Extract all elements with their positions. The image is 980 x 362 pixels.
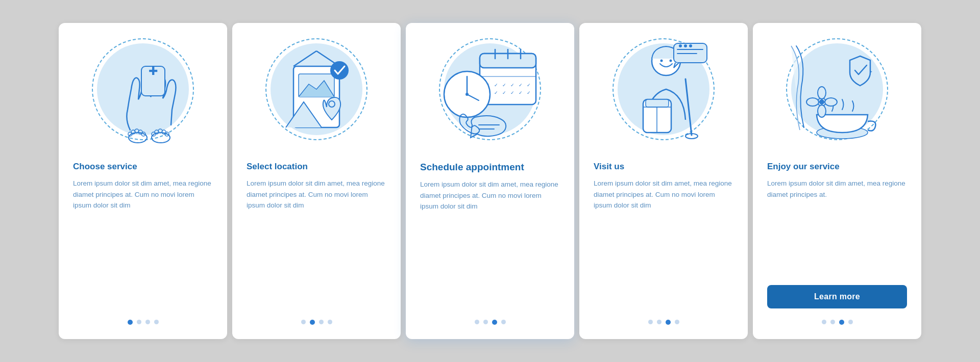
card-title-visit-us: Visit us xyxy=(594,162,733,172)
card-title-schedule-appointment: Schedule appointment xyxy=(420,162,560,173)
cards-container: ✚ C xyxy=(38,8,942,354)
card-dots-choose-service xyxy=(73,320,213,327)
svg-text:✓: ✓ xyxy=(510,83,514,88)
svg-point-62 xyxy=(818,105,826,117)
dot-3 xyxy=(319,320,324,324)
dot-1 xyxy=(128,320,133,325)
card-title-choose-service: Choose service xyxy=(73,162,213,172)
svg-point-64 xyxy=(825,98,837,106)
svg-point-50 xyxy=(679,44,682,47)
svg-rect-54 xyxy=(646,99,669,107)
card-dots-enjoy-service xyxy=(767,320,907,327)
dot-1 xyxy=(648,320,653,324)
dot-2 xyxy=(137,320,141,324)
dot-2 xyxy=(830,320,835,324)
svg-text:✓: ✓ xyxy=(502,90,506,95)
svg-text:✓: ✓ xyxy=(494,83,498,88)
dot-3 xyxy=(492,320,497,325)
svg-point-61 xyxy=(818,87,826,99)
dot-1 xyxy=(822,320,826,324)
card-select-location: Select location Lorem ipsum dolor sit di… xyxy=(232,23,401,339)
card-text-visit-us: Lorem ipsum dolor sit dim amet, mea regi… xyxy=(594,178,733,308)
learn-more-button[interactable]: Learn more xyxy=(767,285,907,308)
card-content-schedule-appointment: Schedule appointment Lorem ipsum dolor s… xyxy=(406,156,574,327)
card-title-enjoy-service: Enjoy our service xyxy=(767,162,907,172)
svg-point-2 xyxy=(129,133,147,143)
dot-1 xyxy=(301,320,306,324)
svg-point-45 xyxy=(660,60,663,62)
card-content-enjoy-service: Enjoy our service Lorem ipsum dolor sit … xyxy=(753,156,921,327)
card-visit-us: Visit us Lorem ipsum dolor sit dim amet,… xyxy=(579,23,748,339)
svg-text:✓: ✓ xyxy=(510,90,514,95)
svg-text:✓: ✓ xyxy=(527,83,531,88)
dot-3 xyxy=(666,320,671,325)
dot-4 xyxy=(328,320,332,324)
svg-point-3 xyxy=(152,133,170,143)
card-enjoy-service: ✦ ✦ ✦ Enjoy our service Lorem ipsum dolo… xyxy=(753,23,921,339)
card-dots-schedule-appointment xyxy=(420,320,560,327)
svg-line-15 xyxy=(293,51,316,66)
dot-4 xyxy=(501,320,506,324)
svg-point-51 xyxy=(684,44,687,47)
dot-2 xyxy=(310,320,315,325)
card-choose-service: ✚ C xyxy=(59,23,227,339)
card-content-choose-service: Choose service Lorem ipsum dolor sit dim… xyxy=(59,156,227,327)
card-dots-visit-us xyxy=(594,320,733,327)
svg-point-18 xyxy=(330,61,349,80)
svg-point-52 xyxy=(689,44,692,47)
svg-text:✓: ✓ xyxy=(502,83,506,88)
card-content-select-location: Select location Lorem ipsum dolor sit di… xyxy=(232,156,401,327)
svg-text:✚: ✚ xyxy=(149,65,158,77)
illustration-choose-service: ✚ xyxy=(59,23,227,156)
svg-point-46 xyxy=(670,60,672,62)
card-text-select-location: Lorem ipsum dolor sit dim amet, mea regi… xyxy=(247,178,386,308)
card-text-enjoy-service: Lorem ipsum dolor sit dim amet, mea regi… xyxy=(767,178,907,276)
svg-text:✓: ✓ xyxy=(519,83,523,88)
card-schedule-appointment: ✓ ✓ ✓ ✓ ✓ ✓ ✓ ✓ ✓ ✓ ✓ ✓ xyxy=(406,23,574,339)
dot-2 xyxy=(483,320,488,324)
svg-point-65 xyxy=(819,99,824,105)
dot-4 xyxy=(154,320,159,324)
card-text-choose-service: Lorem ipsum dolor sit dim amet, mea regi… xyxy=(73,178,213,308)
svg-text:✓: ✓ xyxy=(494,90,498,95)
svg-text:✓: ✓ xyxy=(527,90,531,95)
svg-line-57 xyxy=(685,79,692,135)
illustration-select-location xyxy=(232,23,401,156)
dot-4 xyxy=(848,320,853,324)
card-title-select-location: Select location xyxy=(247,162,386,172)
illustration-schedule-appointment: ✓ ✓ ✓ ✓ ✓ ✓ ✓ ✓ ✓ ✓ ✓ ✓ xyxy=(406,23,574,156)
svg-point-63 xyxy=(806,98,819,106)
illustration-enjoy-service: ✦ ✦ ✦ xyxy=(753,23,921,156)
dot-1 xyxy=(475,320,479,324)
dot-3 xyxy=(145,320,150,324)
svg-text:✓: ✓ xyxy=(519,90,523,95)
dot-4 xyxy=(675,320,679,324)
illustration-visit-us xyxy=(579,23,748,156)
card-text-schedule-appointment: Lorem ipsum dolor sit dim amet, mea regi… xyxy=(420,179,560,308)
card-content-visit-us: Visit us Lorem ipsum dolor sit dim amet,… xyxy=(579,156,748,327)
dot-3 xyxy=(839,320,844,325)
dot-2 xyxy=(657,320,662,324)
card-dots-select-location xyxy=(247,320,386,327)
